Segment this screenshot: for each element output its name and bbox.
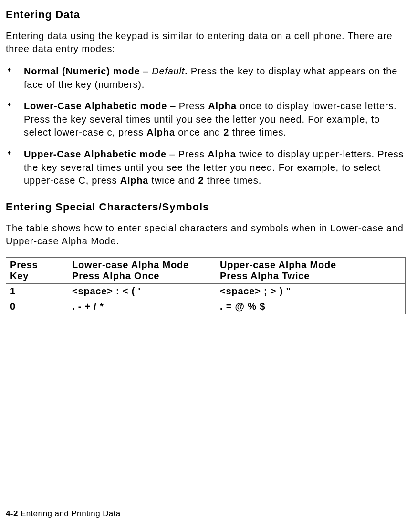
col-header-press-key: Press Key (6, 257, 68, 283)
mode-title: Normal (Numeric) mode (24, 66, 140, 76)
table-header-row: Press Key Lower-case Alpha Mode Press Al… (6, 257, 406, 283)
mode-default-label: Default (152, 66, 185, 76)
mode-list: Normal (Numeric) mode – Default. Press t… (6, 65, 406, 188)
number-key: 2 (198, 175, 204, 186)
alpha-key: Alpha (146, 127, 175, 137)
header-line: Lower-case Alpha Mode (72, 260, 189, 270)
table-row: 0 . - + / * . = @ % $ (6, 299, 406, 314)
cell-lower-mode: . - + / * (68, 299, 216, 314)
mode-mid2: twice and (148, 175, 198, 186)
mode-item-lowercase: Lower-Case Alphabetic mode – Press Alpha… (6, 100, 406, 139)
alpha-key: Alpha (120, 175, 149, 186)
number-key: 2 (223, 127, 229, 137)
mode-stop: . (185, 66, 191, 76)
header-line: Press Alpha Once (72, 271, 159, 281)
alpha-key: Alpha (208, 101, 237, 111)
mode-item-normal: Normal (Numeric) mode – Default. Press t… (6, 65, 406, 91)
page-number: 4-2 (6, 509, 18, 518)
mode-title: Upper-Case Alphabetic mode (24, 149, 167, 159)
header-line: Upper-case Alpha Mode (220, 260, 336, 270)
mode-title: Lower-Case Alphabetic mode (24, 101, 167, 111)
mode-mid2: once and (175, 127, 223, 137)
mode-pre: Press (178, 149, 208, 159)
mode-tail: three times. (229, 127, 286, 137)
col-header-lower-mode: Lower-case Alpha Mode Press Alpha Once (68, 257, 216, 283)
header-line: Press (10, 260, 38, 270)
footer-title: Entering and Printing Data (18, 509, 121, 518)
mode-sep: – (167, 101, 179, 111)
alpha-key: Alpha (208, 149, 236, 159)
cell-upper-mode: <space> ; > ) " (216, 283, 406, 299)
intro-paragraph: Entering data using the keypad is simila… (6, 30, 406, 55)
mode-pre: Press (179, 101, 208, 111)
cell-press-key: 0 (6, 299, 68, 314)
special-chars-table: Press Key Lower-case Alpha Mode Press Al… (6, 257, 406, 314)
special-chars-intro: The table shows how to enter special cha… (6, 222, 406, 248)
heading-special-chars: Entering Special Characters/Symbols (6, 201, 406, 213)
heading-entering-data: Entering Data (6, 9, 406, 21)
cell-press-key: 1 (6, 283, 68, 299)
mode-sep: – (140, 66, 152, 76)
table-row: 1 <space> : < ( ' <space> ; > ) " (6, 283, 406, 299)
col-header-upper-mode: Upper-case Alpha Mode Press Alpha Twice (216, 257, 406, 283)
mode-tail: three times. (204, 175, 261, 186)
header-line: Press Alpha Twice (220, 271, 310, 281)
cell-upper-mode: . = @ % $ (216, 299, 406, 314)
mode-item-uppercase: Upper-Case Alphabetic mode – Press Alpha… (6, 148, 406, 188)
cell-lower-mode: <space> : < ( ' (68, 283, 216, 299)
mode-sep: – (167, 149, 178, 159)
header-line: Key (10, 271, 29, 281)
page-footer: 4-2 Entering and Printing Data (6, 509, 121, 519)
